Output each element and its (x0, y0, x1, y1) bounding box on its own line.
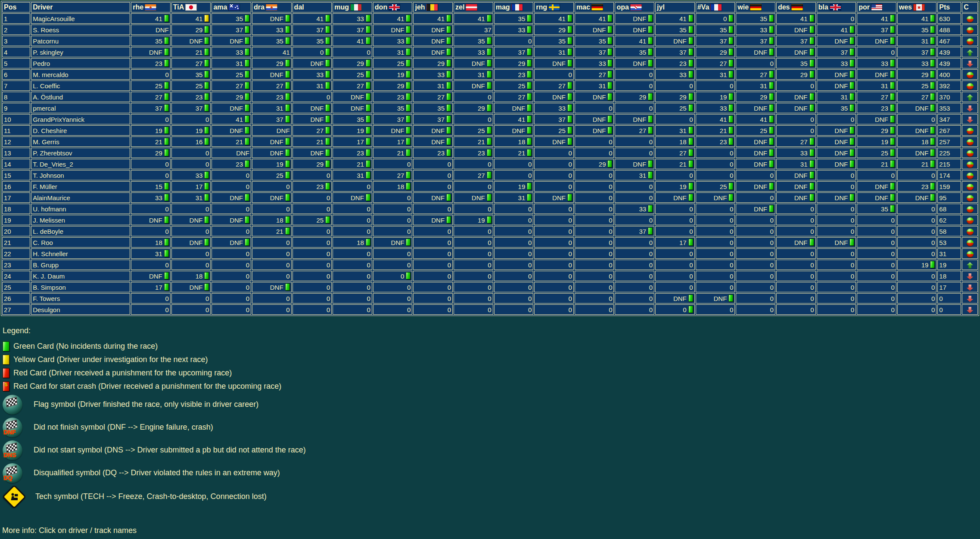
green-card-icon (487, 171, 492, 179)
result-value: DNF (351, 93, 364, 101)
driver-name[interactable]: AlainMaurice (33, 194, 70, 201)
result-cell-mug: 35 (333, 114, 372, 124)
track-name[interactable]: por (859, 3, 870, 11)
driver-name[interactable]: Pedro (33, 60, 50, 67)
driver-name[interactable]: F. Müller (33, 183, 57, 190)
green-card-icon (607, 59, 612, 67)
driver-name[interactable]: GrandPrixYannick (33, 116, 84, 123)
result-cell-ama: 23 (212, 159, 251, 169)
result-cell-TiA: 17 (171, 181, 211, 192)
driver-name[interactable]: H. Schneller (33, 250, 68, 257)
result-cell-mag: 0 (494, 170, 534, 180)
track-name[interactable]: don (375, 3, 387, 11)
driver-name[interactable]: J. Melissen (33, 217, 65, 224)
track-name[interactable]: #Va (697, 3, 709, 11)
driver-name[interactable]: B. Grupp (33, 261, 59, 269)
green-card-icon (446, 82, 451, 89)
driver-name[interactable]: P. Zherebtsov (33, 149, 72, 157)
result-cell-mag: 37 (494, 47, 534, 57)
track-header-wie: wie (736, 2, 775, 12)
track-header-don: don (373, 2, 413, 12)
track-name[interactable]: wie (737, 3, 749, 11)
driver-name[interactable]: P. skingley (33, 49, 63, 56)
result-value: 0 (448, 161, 451, 168)
result-cell-wie: 0 (736, 248, 775, 259)
track-name[interactable]: mac (576, 3, 590, 11)
track-name[interactable]: des (778, 3, 790, 11)
track-name[interactable]: dal (294, 3, 304, 11)
driver-name[interactable]: T. Johnson (33, 172, 64, 179)
result-cell-rhe: 0 (131, 170, 171, 180)
position-down-icon (967, 105, 974, 112)
driver-name[interactable]: L. Coeffic (33, 82, 60, 90)
driver-name[interactable]: A. Östlund (33, 93, 63, 101)
result-value: 27 (558, 82, 566, 90)
result-value: 21 (518, 149, 526, 157)
green-card-icon (245, 93, 249, 100)
position-cell: 8 (2, 92, 30, 102)
result-cell-por: 37 (857, 25, 896, 35)
result-cell-ama: 41 (212, 114, 251, 124)
result-value: 37 (800, 37, 808, 45)
driver-name[interactable]: D. Cheshire (33, 127, 67, 134)
driver-name[interactable]: S. Roess (33, 26, 59, 34)
result-value: 0 (488, 183, 491, 190)
result-cell-zel: DNF (454, 81, 493, 91)
green-card-icon (930, 37, 935, 44)
driver-row: 7L. Coeffic2525272731272931DNF2527310003… (2, 81, 978, 91)
flag-france-icon (511, 4, 523, 11)
result-value: 41 (921, 15, 929, 22)
result-value: 27 (599, 71, 606, 78)
track-name[interactable]: rng (536, 3, 547, 11)
position-cell: 16 (2, 181, 30, 192)
driver-name[interactable]: C. Roo (33, 239, 53, 246)
result-value: 0 (609, 228, 612, 235)
position-same-icon (967, 206, 974, 213)
result-value: 0 (286, 273, 289, 280)
track-name[interactable]: zel (455, 3, 464, 11)
driver-row: 6M. mercaldo03525DNF33251933312302703331… (2, 69, 978, 80)
driver-name[interactable]: M. Gerris (33, 138, 59, 146)
result-cell-dal: 25 (292, 215, 332, 225)
driver-name[interactable]: F. Towers (33, 295, 60, 302)
track-name[interactable]: TiA (173, 3, 184, 11)
green-card-icon (406, 183, 411, 190)
driver-name[interactable]: L. deBoyle (33, 228, 63, 235)
result-value: 23 (196, 93, 203, 101)
driver-name[interactable]: M. mercaldo (33, 71, 68, 78)
track-name[interactable]: bla (818, 3, 828, 11)
driver-name[interactable]: Patcornu (33, 37, 59, 45)
track-name[interactable]: mug (334, 3, 349, 11)
driver-name[interactable]: pmercal (33, 105, 56, 112)
track-name[interactable]: jyl (657, 3, 665, 11)
result-value: 0 (367, 261, 370, 269)
result-value: 37 (840, 49, 848, 56)
green-card-icon (849, 26, 854, 33)
track-name[interactable]: jeh (415, 3, 425, 11)
driver-name[interactable]: K. J. Daum (33, 273, 65, 280)
result-value: 0 (649, 105, 653, 112)
result-value: DNF (431, 127, 445, 134)
result-cell-zel: 0 (454, 114, 493, 124)
driver-name[interactable]: U. hofmann (33, 205, 66, 213)
track-name[interactable]: rhe (133, 3, 143, 11)
driver-name[interactable]: MagicArsouille (33, 15, 75, 22)
track-name[interactable]: dra (254, 3, 264, 11)
green-card-icon (769, 115, 774, 123)
yellow-card-icon (204, 15, 209, 22)
driver-name[interactable]: B. Simpson (33, 284, 66, 291)
green-card-icon (930, 26, 935, 33)
result-value: 33 (236, 49, 243, 56)
track-name[interactable]: wes (899, 3, 912, 11)
result-value: 0 (931, 205, 935, 213)
track-header-mac: mac (575, 2, 614, 12)
result-cell-wie: DNF (736, 181, 775, 192)
track-name[interactable]: opa (616, 3, 628, 11)
track-name[interactable]: ama (213, 3, 227, 11)
driver-row: 9pmercal3737DNF31DNFDNF353529DNF33002533… (2, 103, 978, 113)
track-name[interactable]: mag (496, 3, 510, 11)
driver-name[interactable]: T. De_Vries_2 (33, 161, 73, 168)
driver-name[interactable]: Desulgon (33, 306, 60, 313)
result-value: 29 (881, 127, 888, 134)
points-cell: 467 (937, 36, 961, 46)
